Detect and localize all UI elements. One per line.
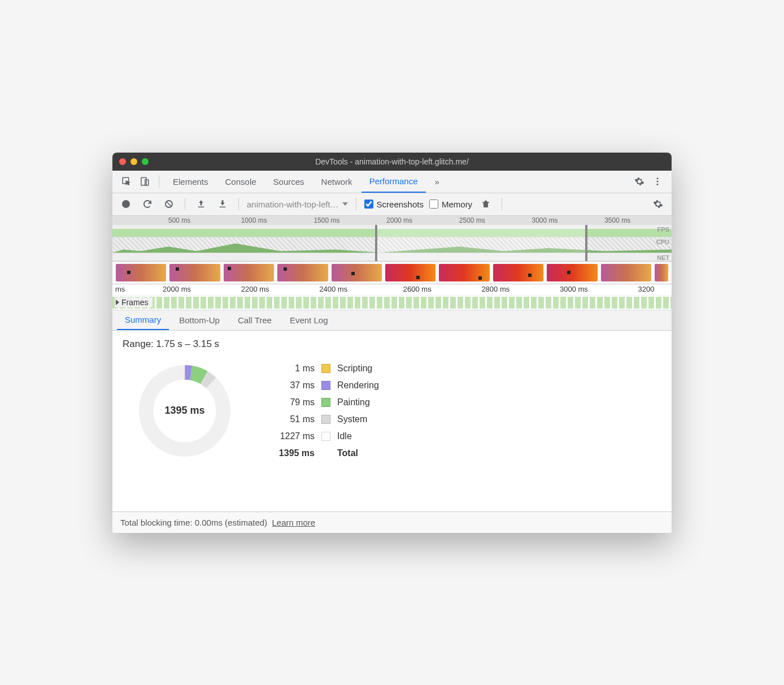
screenshot-thumb[interactable] <box>439 264 489 281</box>
settings-gear-icon[interactable] <box>631 173 648 190</box>
details-tabs: Summary Bottom-Up Call Tree Event Log <box>112 310 672 331</box>
tab-console[interactable]: Console <box>217 170 264 193</box>
svg-rect-1 <box>141 177 146 185</box>
memory-checkbox[interactable]: Memory <box>429 200 472 209</box>
legend-row: 37 msRendering <box>269 377 379 394</box>
summary-pane: Range: 1.75 s – 3.15 s 1395 ms 1 msScrip… <box>112 331 672 511</box>
screenshot-thumb[interactable] <box>493 264 543 281</box>
window-title: DevTools - animation-with-top-left.glitc… <box>315 157 469 166</box>
svg-rect-7 <box>198 207 204 208</box>
clear-button[interactable] <box>161 196 177 212</box>
svg-point-4 <box>657 181 659 183</box>
flame-time-ruler: ms 2000 ms 2200 ms 2400 ms 2600 ms 2800 … <box>112 284 672 296</box>
legend-row: 79 msPainting <box>269 394 379 411</box>
tab-network[interactable]: Network <box>313 170 360 193</box>
memory-checkbox-input[interactable] <box>429 200 438 209</box>
summary-donut-chart: 1395 ms <box>134 360 236 462</box>
traffic-lights <box>119 158 149 165</box>
save-profile-button[interactable] <box>215 196 230 212</box>
tab-elements[interactable]: Elements <box>165 170 216 193</box>
close-icon[interactable] <box>119 158 126 165</box>
subtab-summary[interactable]: Summary <box>117 310 169 330</box>
subtab-eventlog[interactable]: Event Log <box>282 310 336 330</box>
main-tabs: Elements Console Sources Network Perform… <box>112 171 672 193</box>
screenshot-thumb[interactable] <box>332 264 382 281</box>
summary-legend: 1 msScripting37 msRendering79 msPainting… <box>269 360 379 462</box>
svg-point-3 <box>657 177 659 179</box>
screenshot-thumb[interactable] <box>224 264 274 281</box>
performance-toolbar: animation-with-top-left… Screenshots Mem… <box>112 193 672 216</box>
capture-settings-icon[interactable] <box>650 196 666 212</box>
screenshot-thumb[interactable] <box>169 264 220 281</box>
overview-time-ruler: 500 ms 1000 ms 1500 ms 2000 ms 2500 ms 3… <box>112 216 672 225</box>
frames-track[interactable]: Frames <box>112 296 672 310</box>
screenshot-thumb[interactable] <box>385 264 435 281</box>
tab-performance[interactable]: Performance <box>361 170 426 193</box>
subtab-calltree[interactable]: Call Tree <box>230 310 280 330</box>
tab-sources[interactable]: Sources <box>265 170 312 193</box>
maximize-icon[interactable] <box>142 158 149 165</box>
recording-selector[interactable]: animation-with-top-left… <box>247 200 348 209</box>
dropdown-icon <box>342 202 348 206</box>
svg-point-5 <box>657 184 659 185</box>
overview-selection[interactable] <box>375 225 587 261</box>
screenshot-thumb[interactable] <box>547 264 597 281</box>
inspect-icon[interactable] <box>118 173 135 190</box>
device-toggle-icon[interactable] <box>136 173 153 190</box>
screenshot-thumb[interactable] <box>116 264 166 281</box>
legend-row: 1227 msIdle <box>269 428 379 445</box>
screenshot-thumb[interactable] <box>601 264 651 281</box>
screenshots-checkbox-input[interactable] <box>364 200 373 209</box>
screenshot-thumb[interactable] <box>655 264 668 281</box>
tab-more[interactable]: » <box>427 170 447 193</box>
gc-button[interactable] <box>478 196 494 212</box>
minimize-icon[interactable] <box>130 158 137 165</box>
svg-rect-8 <box>220 207 226 208</box>
screenshot-thumb[interactable] <box>277 264 328 281</box>
legend-row: 1 msScripting <box>269 360 379 377</box>
blocking-time-text: Total blocking time: 0.00ms (estimated) <box>120 518 267 527</box>
recording-name: animation-with-top-left… <box>247 200 339 209</box>
footer: Total blocking time: 0.00ms (estimated) … <box>112 511 672 533</box>
devtools-window: DevTools - animation-with-top-left.glitc… <box>112 153 672 533</box>
load-profile-button[interactable] <box>193 196 209 212</box>
learn-more-link[interactable]: Learn more <box>272 518 315 527</box>
range-text: Range: 1.75 s – 3.15 s <box>123 339 661 350</box>
filmstrip[interactable] <box>112 262 672 284</box>
subtab-bottomup[interactable]: Bottom-Up <box>171 310 228 330</box>
legend-row: 51 msSystem <box>269 411 379 428</box>
kebab-menu-icon[interactable] <box>649 173 666 190</box>
donut-center-label: 1395 ms <box>134 360 236 462</box>
legend-total: 1395 msTotal <box>269 445 379 462</box>
reload-button[interactable] <box>140 196 155 212</box>
record-button[interactable] <box>118 196 134 212</box>
expand-icon[interactable] <box>116 300 119 305</box>
titlebar[interactable]: DevTools - animation-with-top-left.glitc… <box>112 153 672 171</box>
screenshots-checkbox[interactable]: Screenshots <box>364 200 424 209</box>
overview-pane[interactable]: 500 ms 1000 ms 1500 ms 2000 ms 2500 ms 3… <box>112 216 672 262</box>
